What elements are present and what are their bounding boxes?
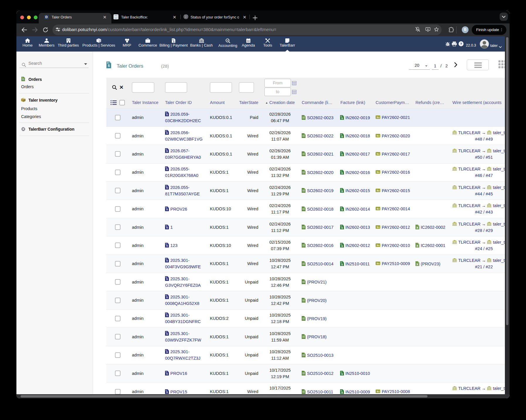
svg-text:$: $: [341, 190, 343, 193]
svg-text:$: $: [166, 372, 168, 375]
svg-text:$: $: [341, 391, 343, 394]
svg-text:$: $: [166, 351, 168, 354]
svg-text:$: $: [377, 208, 378, 210]
svg-text:$: $: [377, 153, 378, 155]
svg-text:$: $: [166, 314, 168, 317]
svg-text:$: $: [166, 168, 168, 171]
svg-text:$: $: [341, 135, 343, 138]
svg-text:$: $: [377, 189, 378, 192]
svg-text:$: $: [166, 245, 168, 247]
svg-text:$: $: [377, 116, 378, 119]
svg-text:$: $: [377, 226, 378, 228]
svg-text:$: $: [166, 186, 168, 189]
svg-text:$: $: [341, 153, 343, 156]
svg-text:$: $: [377, 390, 378, 393]
svg-text:$: $: [341, 263, 343, 266]
svg-text:$: $: [377, 171, 378, 173]
svg-text:$: $: [377, 262, 378, 265]
svg-text:$: $: [166, 278, 168, 281]
svg-text:$: $: [341, 226, 343, 229]
svg-text:$: $: [377, 134, 378, 137]
svg-text:$: $: [166, 208, 168, 211]
svg-text:$: $: [341, 117, 343, 119]
svg-text:$: $: [341, 208, 343, 211]
svg-text:$: $: [166, 296, 168, 299]
svg-text:$: $: [377, 244, 378, 247]
svg-text:$: $: [166, 132, 168, 134]
svg-text:$: $: [166, 226, 168, 229]
svg-text:$: $: [108, 64, 110, 67]
svg-text:$: $: [166, 150, 168, 153]
svg-text:?: ?: [460, 42, 462, 46]
svg-text:$: $: [341, 373, 343, 375]
svg-text:$: $: [341, 245, 343, 247]
svg-text:$: $: [166, 391, 168, 394]
svg-text:$: $: [166, 332, 168, 335]
svg-text:$: $: [166, 259, 168, 262]
svg-text:$: $: [166, 113, 168, 116]
svg-text:$: $: [341, 171, 343, 174]
